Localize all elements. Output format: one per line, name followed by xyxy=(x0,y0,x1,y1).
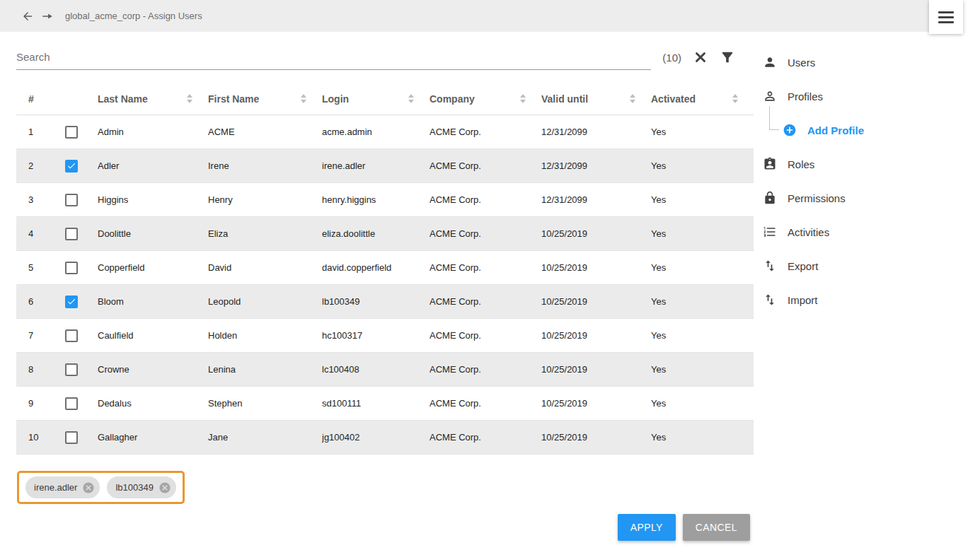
row-checkbox[interactable] xyxy=(65,296,78,308)
column-header-index: # xyxy=(28,83,65,115)
activated-cell: Yes xyxy=(651,364,754,375)
top-bar: global_acme_corp - Assign Users xyxy=(0,0,929,32)
valid-until-cell: 12/31/2099 xyxy=(541,127,651,137)
row-checkbox-cell xyxy=(65,296,98,308)
annotation-highlight-box: irene.adler lb100349 xyxy=(17,471,185,504)
row-checkbox-cell xyxy=(65,363,98,376)
sort-icon[interactable] xyxy=(408,94,414,103)
sidebar-item-label: Export xyxy=(788,260,818,272)
valid-until-cell: 10/25/2019 xyxy=(541,296,651,307)
cancel-button[interactable]: CANCEL xyxy=(683,514,750,541)
valid-until-cell: 12/31/2099 xyxy=(541,194,651,205)
first-name-cell: Stephen xyxy=(208,398,322,409)
chip-remove-icon[interactable] xyxy=(82,481,95,494)
valid-until-cell: 10/25/2019 xyxy=(541,398,651,409)
row-checkbox[interactable] xyxy=(65,431,78,444)
sidebar-item-label: Permissions xyxy=(788,192,846,204)
row-checkbox-cell xyxy=(65,262,98,274)
result-count: (10) xyxy=(662,52,681,64)
table-row: 8 Crowne Lenina lc100408 ACME Corp. 10/2… xyxy=(16,353,754,387)
import-export-icon xyxy=(763,293,777,307)
sort-icon[interactable] xyxy=(732,94,738,103)
last-name-cell: Bloom xyxy=(98,296,208,307)
row-checkbox[interactable] xyxy=(65,397,78,410)
sort-icon[interactable] xyxy=(520,94,526,103)
table-row: 10 Gallagher Jane jg100402 ACME Corp. 10… xyxy=(16,421,754,455)
row-checkbox[interactable] xyxy=(65,329,78,342)
sidebar-item-import[interactable]: Import xyxy=(763,283,980,317)
column-header-checkbox xyxy=(65,83,98,115)
first-name-cell: Holden xyxy=(208,330,322,341)
row-checkbox[interactable] xyxy=(65,194,78,206)
table-row: 9 Dedalus Stephen sd100111 ACME Corp. 10… xyxy=(16,387,754,421)
forward-arrow-icon[interactable] xyxy=(41,10,54,23)
row-number: 9 xyxy=(28,398,65,409)
last-name-cell: Adler xyxy=(98,160,208,171)
search-input[interactable] xyxy=(16,45,651,70)
last-name-cell: Gallagher xyxy=(98,432,208,443)
hamburger-icon xyxy=(938,11,954,13)
sidebar-item-users[interactable]: Users xyxy=(763,45,980,79)
sidebar-item-roles[interactable]: Roles xyxy=(763,147,980,181)
sidebar-item-export[interactable]: Export xyxy=(763,249,980,283)
row-number: 6 xyxy=(28,296,65,307)
sort-icon[interactable] xyxy=(301,94,306,103)
row-number: 8 xyxy=(28,364,65,375)
valid-until-cell: 10/25/2019 xyxy=(541,228,651,239)
login-cell: henry.higgins xyxy=(322,194,430,205)
user-icon xyxy=(763,55,777,69)
row-checkbox-cell xyxy=(65,160,98,172)
table-row: 3 Higgins Henry henry.higgins ACME Corp.… xyxy=(16,183,754,217)
filter-icon[interactable] xyxy=(720,49,735,65)
valid-until-cell: 10/25/2019 xyxy=(541,364,651,375)
column-header-first-name[interactable]: First Name xyxy=(208,83,322,115)
first-name-cell: Leopold xyxy=(208,296,322,307)
sidebar-item-permissions[interactable]: Permissions xyxy=(763,181,980,215)
last-name-cell: Caulfield xyxy=(98,330,208,341)
column-header-last-name[interactable]: Last Name xyxy=(98,83,208,115)
row-checkbox-cell xyxy=(65,228,98,240)
login-cell: lb100349 xyxy=(322,296,430,307)
column-header-valid-until[interactable]: Valid until xyxy=(541,83,651,115)
sidebar-item-label: Users xyxy=(788,57,815,69)
check-icon xyxy=(67,160,76,171)
menu-button[interactable] xyxy=(929,0,963,34)
sidebar-item-activities[interactable]: Activities xyxy=(763,215,980,249)
badge-icon xyxy=(763,157,777,171)
last-name-cell: Crowne xyxy=(98,364,208,375)
column-header-login[interactable]: Login xyxy=(322,83,430,115)
login-cell: acme.admin xyxy=(322,127,430,137)
clear-search-icon[interactable] xyxy=(693,49,708,65)
row-checkbox[interactable] xyxy=(65,160,78,172)
row-checkbox[interactable] xyxy=(65,262,78,274)
apply-button[interactable]: APPLY xyxy=(618,514,676,541)
sidebar-item-add-profile[interactable]: Add Profile xyxy=(763,113,980,147)
sidebar: Users Profiles Add Profile Roles xyxy=(754,32,980,541)
column-header-activated[interactable]: Activated xyxy=(651,83,754,115)
sort-icon[interactable] xyxy=(630,94,635,103)
back-arrow-icon[interactable] xyxy=(21,10,34,23)
numbered-list-icon xyxy=(763,225,777,239)
login-cell: jg100402 xyxy=(322,432,430,443)
company-cell: ACME Corp. xyxy=(430,262,541,273)
content-panel: (10) # Last Name First Name Logi xyxy=(0,32,754,541)
sort-icon[interactable] xyxy=(187,94,192,103)
column-header-company[interactable]: Company xyxy=(430,83,541,115)
valid-until-cell: 10/25/2019 xyxy=(541,262,651,273)
first-name-cell: Eliza xyxy=(208,228,322,239)
activated-cell: Yes xyxy=(651,330,754,341)
login-cell: irene.adler xyxy=(322,160,430,171)
row-checkbox[interactable] xyxy=(65,126,78,139)
row-number: 4 xyxy=(28,228,65,239)
search-bar: (10) xyxy=(16,43,754,71)
company-cell: ACME Corp. xyxy=(430,127,541,137)
action-bar: APPLY CANCEL xyxy=(16,514,754,541)
valid-until-cell: 10/25/2019 xyxy=(541,330,651,341)
first-name-cell: ACME xyxy=(208,127,322,137)
row-checkbox[interactable] xyxy=(65,228,78,240)
chip-remove-icon[interactable] xyxy=(158,481,171,494)
sidebar-item-profiles[interactable]: Profiles xyxy=(763,79,980,113)
last-name-cell: Doolittle xyxy=(98,228,208,239)
valid-until-cell: 12/31/2099 xyxy=(541,160,651,171)
row-checkbox[interactable] xyxy=(65,363,78,376)
